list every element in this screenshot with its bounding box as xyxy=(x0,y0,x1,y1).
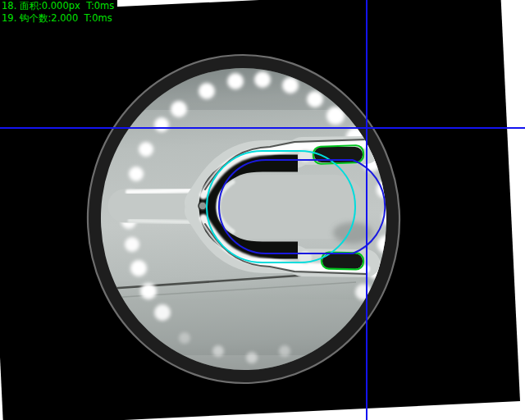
led-dot xyxy=(179,332,190,344)
hook-tip-lower xyxy=(322,253,363,269)
led-dot xyxy=(171,101,187,117)
led-dot xyxy=(307,91,323,107)
led-dot xyxy=(140,283,157,299)
hud-line-hook-count: 19. 钩个数:2.000 T:0ms xyxy=(0,12,116,25)
led-dot xyxy=(154,304,171,321)
led-dot xyxy=(139,142,153,157)
led-dot xyxy=(154,117,169,132)
led-dot xyxy=(130,260,147,276)
led-dot xyxy=(282,77,299,94)
image-viewport[interactable]: 18. 面积:0.000px T:0ms 19. 钩个数:2.000 T:0ms xyxy=(0,0,525,420)
hud-line-area: 18. 面积:0.000px T:0ms xyxy=(0,0,117,12)
led-dot xyxy=(254,71,271,88)
led-dot xyxy=(279,345,290,357)
led-dot xyxy=(199,83,215,99)
hud-results: 18. 面积:0.000px T:0ms 19. 钩个数:2.000 T:0ms xyxy=(0,0,117,25)
stem-bottom-specular xyxy=(130,221,198,222)
led-dot xyxy=(129,167,144,181)
led-dot xyxy=(227,73,244,89)
led-dot xyxy=(212,345,224,357)
led-dot xyxy=(125,237,139,252)
camera-view-svg xyxy=(0,0,525,420)
led-dot xyxy=(246,352,258,363)
fork-hole xyxy=(199,202,207,210)
stem-top-specular xyxy=(128,190,199,192)
